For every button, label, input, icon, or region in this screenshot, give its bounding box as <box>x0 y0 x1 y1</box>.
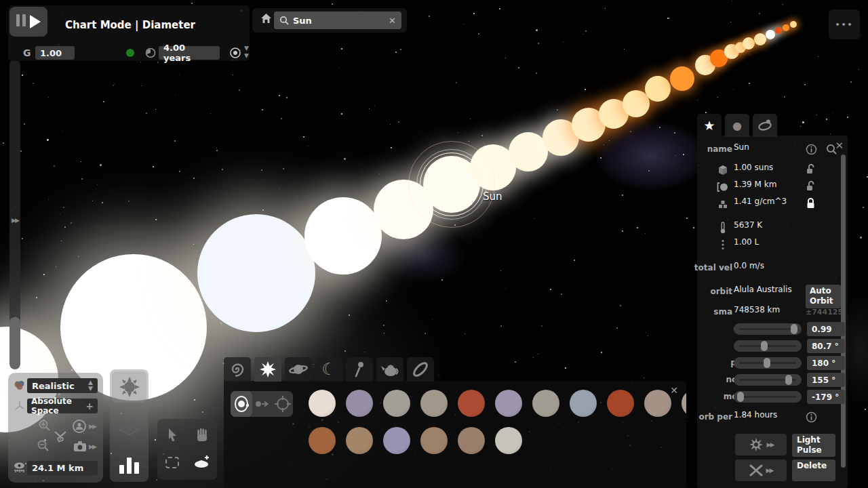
color-swatch[interactable] <box>495 427 522 454</box>
screenshot-button[interactable] <box>73 441 87 452</box>
chart-view-button[interactable] <box>110 448 149 478</box>
star-body[interactable] <box>743 37 755 49</box>
peri-value-field[interactable]: 180 ° <box>807 356 845 370</box>
ecc-slider[interactable] <box>734 323 802 335</box>
color-swatch[interactable] <box>607 390 634 417</box>
orbital-period-info-icon[interactable] <box>806 411 817 423</box>
thermometer-icon <box>716 221 730 235</box>
delete-x-icon <box>749 464 763 476</box>
play-button[interactable] <box>30 15 41 28</box>
sun-view-button[interactable] <box>112 371 146 403</box>
view-angle-icon[interactable] <box>53 430 68 443</box>
total-velocity-field[interactable]: 0.0 m/s <box>734 261 799 275</box>
tab-moon[interactable]: ☾ <box>315 357 342 382</box>
tab-star[interactable]: ★ <box>697 114 722 137</box>
orbit-parent-field[interactable]: Alula Australis <box>734 285 799 299</box>
follow-object-button[interactable] <box>72 419 87 434</box>
node-slider[interactable] <box>734 374 802 386</box>
orbital-period-field[interactable]: 1.84 hours <box>734 410 799 424</box>
light-pulse-button[interactable]: Light Pulse <box>792 434 835 457</box>
drawer-expand-icon[interactable]: ▶▶ <box>9 217 20 224</box>
ecc-value-field[interactable]: 0.99 <box>807 322 845 336</box>
home-button[interactable] <box>260 13 272 24</box>
color-swatch[interactable] <box>346 390 373 417</box>
tab-planet-ringed[interactable] <box>285 357 312 382</box>
zoom-in-button[interactable] <box>38 419 52 432</box>
pause-button[interactable] <box>16 14 26 29</box>
find-object-search-icon[interactable] <box>826 144 837 155</box>
tab-planet[interactable]: ● <box>725 114 749 137</box>
star-body[interactable] <box>670 66 694 91</box>
time-step-spinner[interactable]: ▼▼ <box>244 45 249 60</box>
luminosity-field[interactable]: 1.00 L <box>734 237 799 251</box>
target-toggle-icon[interactable] <box>229 47 241 59</box>
color-swatch[interactable] <box>383 427 410 454</box>
delete-icon-button[interactable]: ▶▶ <box>735 460 787 481</box>
add-object-tool-button[interactable] <box>189 449 216 476</box>
color-swatch[interactable] <box>532 390 559 417</box>
color-swatch[interactable] <box>495 390 522 417</box>
color-swatch[interactable] <box>383 390 410 417</box>
color-swatch[interactable] <box>420 427 448 454</box>
color-swatch[interactable] <box>458 390 485 417</box>
search-input[interactable]: Sun ✕ <box>274 12 401 29</box>
star-body[interactable] <box>754 33 766 45</box>
palette-mode-velocity-button[interactable] <box>252 391 273 417</box>
peri-slider[interactable] <box>734 357 802 369</box>
tab-orbit[interactable] <box>753 114 777 137</box>
mass-lock-open-icon[interactable] <box>806 163 816 175</box>
clear-search-button[interactable]: ✕ <box>389 16 396 26</box>
color-swatch[interactable] <box>682 390 686 417</box>
star-body[interactable] <box>775 27 782 34</box>
cursor-tool-button[interactable] <box>159 422 186 449</box>
mean-value-field[interactable]: -179 ° <box>807 390 845 404</box>
color-swatch[interactable] <box>420 390 448 417</box>
light-pulse-icon-button[interactable]: ▶▶ <box>735 434 787 455</box>
tab-objects[interactable] <box>376 357 403 382</box>
color-swatch[interactable] <box>346 427 373 454</box>
paint-view-button[interactable] <box>110 411 149 441</box>
diameter-field[interactable]: 1.39 M km <box>734 180 799 194</box>
tab-ring[interactable] <box>407 357 434 382</box>
delete-button[interactable]: Delete <box>792 460 835 481</box>
diameter-lock-open-icon[interactable] <box>806 180 816 192</box>
gravity-input[interactable]: 1.00 <box>35 46 75 60</box>
color-swatch[interactable] <box>570 390 597 417</box>
menu-button[interactable]: ••• <box>829 9 860 39</box>
mass-field[interactable]: 1.00 suns <box>734 163 799 177</box>
sma-field[interactable]: 748538 km <box>734 305 799 319</box>
tab-comet[interactable] <box>346 357 373 382</box>
star-body[interactable] <box>766 30 775 39</box>
select-box-tool-button[interactable] <box>159 449 186 476</box>
zoom-out-button[interactable] <box>37 439 50 453</box>
palette-close-button[interactable]: ✕ <box>670 385 678 396</box>
density-field[interactable]: 1.41 g/cm^3 <box>734 197 799 211</box>
scale-field[interactable]: 24.1 M km <box>27 461 98 475</box>
node-value-field[interactable]: 155 ° <box>807 373 845 387</box>
inc-slider[interactable] <box>734 340 802 352</box>
star-body[interactable] <box>304 197 382 274</box>
palette-mode-orbit-button[interactable] <box>231 391 252 417</box>
density-lock-closed-icon[interactable] <box>806 197 816 209</box>
color-swatch[interactable] <box>309 427 336 454</box>
star-body[interactable] <box>783 24 789 31</box>
color-swatch[interactable] <box>458 427 485 454</box>
color-swatch[interactable] <box>644 390 671 417</box>
star-body[interactable] <box>645 76 671 102</box>
pan-tool-button[interactable] <box>189 422 216 449</box>
name-field[interactable]: Sun <box>734 142 799 157</box>
palette-mode-target-button[interactable] <box>273 391 293 417</box>
star-body[interactable] <box>790 21 797 28</box>
mean-slider[interactable] <box>734 391 802 403</box>
info-icon[interactable] <box>806 144 817 155</box>
color-swatch[interactable] <box>309 390 336 417</box>
tab-galaxy[interactable] <box>224 357 251 382</box>
inc-value-field[interactable]: 80.7 ° <box>807 339 845 353</box>
color-mode-select[interactable]: Realistic ▲▼ <box>27 378 98 393</box>
left-drawer-thumb[interactable] <box>9 317 20 366</box>
tab-star[interactable] <box>254 357 281 382</box>
time-step-input[interactable]: 4.00 years <box>159 46 220 60</box>
temperature-field[interactable]: 5637 K <box>734 220 799 235</box>
reference-frame-button[interactable]: Absolute Space + <box>27 399 98 413</box>
star-body[interactable] <box>197 214 315 332</box>
